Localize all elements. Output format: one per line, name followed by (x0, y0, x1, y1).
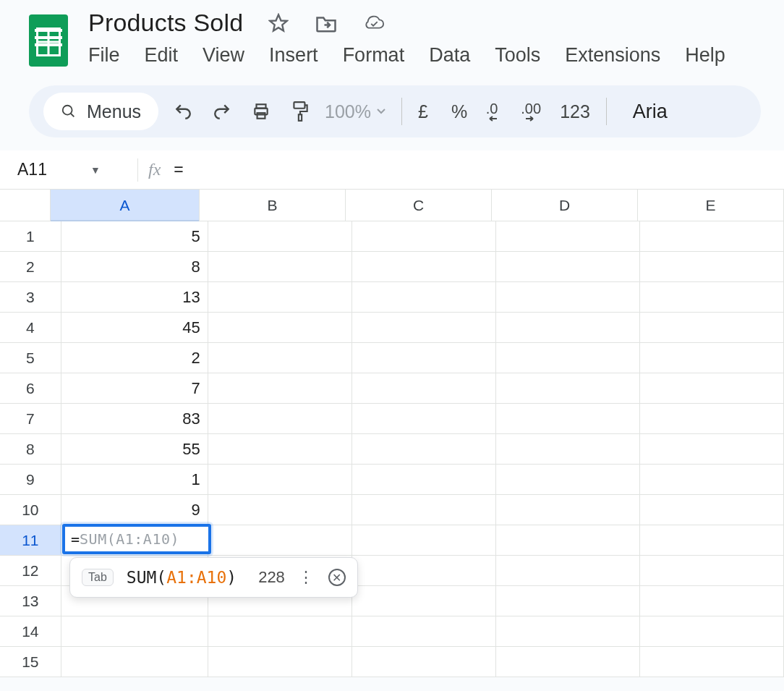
cell[interactable]: 8 (61, 252, 208, 282)
row-header[interactable]: 8 (0, 434, 61, 465)
increase-decimal-button[interactable]: .00 (516, 97, 545, 126)
cell[interactable] (496, 252, 640, 282)
close-icon[interactable]: ✕ (328, 569, 346, 586)
undo-button[interactable] (169, 97, 197, 126)
suggestion-formula[interactable]: SUM(A1:A10) (127, 568, 237, 587)
menu-help[interactable]: Help (685, 44, 725, 67)
cell[interactable] (352, 404, 496, 434)
cell[interactable] (208, 221, 352, 252)
row-header[interactable]: 7 (0, 404, 61, 434)
active-cell-editor[interactable]: =SUM(A1:A10) (62, 524, 211, 554)
star-icon[interactable] (268, 12, 289, 34)
cell[interactable] (640, 434, 784, 465)
cell[interactable] (352, 343, 496, 373)
cell[interactable]: 2 (61, 343, 208, 373)
cell[interactable] (496, 525, 640, 556)
column-header-C[interactable]: C (346, 190, 492, 221)
more-options-icon[interactable]: ⋮ (298, 568, 315, 587)
cell[interactable]: 1 (61, 465, 208, 495)
select-all-corner[interactable] (0, 190, 51, 221)
cell[interactable] (640, 252, 784, 282)
menu-edit[interactable]: Edit (145, 44, 179, 67)
menu-data[interactable]: Data (429, 44, 470, 67)
cell[interactable] (352, 556, 496, 586)
cell[interactable] (640, 465, 784, 495)
row-header[interactable]: 12 (0, 556, 61, 586)
cell[interactable] (496, 616, 640, 647)
cell[interactable] (640, 525, 784, 556)
menu-format[interactable]: Format (343, 44, 405, 67)
print-button[interactable] (247, 97, 276, 126)
cell[interactable] (640, 647, 784, 677)
row-header[interactable]: 14 (0, 616, 61, 647)
row-header[interactable]: 6 (0, 373, 61, 404)
menu-insert[interactable]: Insert (269, 44, 318, 67)
cell[interactable] (496, 434, 640, 465)
name-box[interactable]: A11 ▼ (0, 160, 127, 179)
paint-format-button[interactable] (286, 97, 315, 126)
document-title[interactable]: Products Sold (88, 9, 243, 37)
cell[interactable] (640, 586, 784, 616)
cell[interactable] (208, 282, 352, 313)
menu-view[interactable]: View (203, 44, 244, 67)
cell[interactable] (496, 373, 640, 404)
cell[interactable] (352, 525, 496, 556)
cell[interactable]: 45 (61, 313, 208, 343)
cell[interactable] (640, 616, 784, 647)
row-header[interactable]: 4 (0, 313, 61, 343)
redo-button[interactable] (208, 97, 237, 126)
cell[interactable] (496, 221, 640, 252)
cell[interactable] (352, 495, 496, 525)
cell[interactable] (208, 465, 352, 495)
cell[interactable] (61, 647, 208, 677)
cell[interactable] (640, 221, 784, 252)
cell[interactable] (496, 343, 640, 373)
cell[interactable] (640, 495, 784, 525)
sheets-app-icon[interactable] (29, 14, 68, 67)
move-icon[interactable] (315, 12, 337, 34)
search-menus[interactable]: Menus (43, 93, 158, 130)
cell[interactable] (208, 404, 352, 434)
row-header[interactable]: 3 (0, 282, 61, 313)
cell[interactable] (352, 465, 496, 495)
row-header[interactable]: 5 (0, 343, 61, 373)
cell[interactable] (640, 343, 784, 373)
cell[interactable] (352, 586, 496, 616)
menu-tools[interactable]: Tools (495, 44, 540, 67)
cell[interactable] (496, 404, 640, 434)
column-header-D[interactable]: D (492, 190, 638, 221)
cell[interactable] (208, 616, 352, 647)
cell[interactable] (208, 343, 352, 373)
column-header-A[interactable]: A (51, 190, 200, 221)
row-header[interactable]: 13 (0, 586, 61, 616)
menu-file[interactable]: File (88, 44, 120, 67)
zoom-dropdown[interactable]: 100% (325, 101, 385, 122)
row-header[interactable]: 1 (0, 221, 61, 252)
cell[interactable] (496, 282, 640, 313)
cell[interactable]: 9 (61, 495, 208, 525)
row-header[interactable]: 2 (0, 252, 61, 282)
row-header[interactable]: 10 (0, 495, 61, 525)
cell[interactable] (496, 586, 640, 616)
menu-extensions[interactable]: Extensions (565, 44, 660, 67)
cloud-status-icon[interactable] (363, 12, 385, 34)
cell[interactable] (352, 647, 496, 677)
cell[interactable] (352, 434, 496, 465)
cell[interactable] (640, 373, 784, 404)
cell[interactable] (352, 373, 496, 404)
cell[interactable] (640, 404, 784, 434)
cell[interactable] (208, 313, 352, 343)
cell[interactable] (61, 616, 208, 647)
formula-bar[interactable]: = (174, 160, 183, 179)
cell[interactable] (208, 647, 352, 677)
cell[interactable]: 83 (61, 404, 208, 434)
cell[interactable] (352, 252, 496, 282)
cell[interactable] (640, 282, 784, 313)
cell[interactable] (640, 313, 784, 343)
cell[interactable] (352, 221, 496, 252)
cell[interactable] (208, 373, 352, 404)
cell[interactable] (496, 495, 640, 525)
font-dropdown[interactable]: Aria (633, 101, 668, 123)
cell[interactable] (208, 525, 352, 556)
cell[interactable] (640, 556, 784, 586)
